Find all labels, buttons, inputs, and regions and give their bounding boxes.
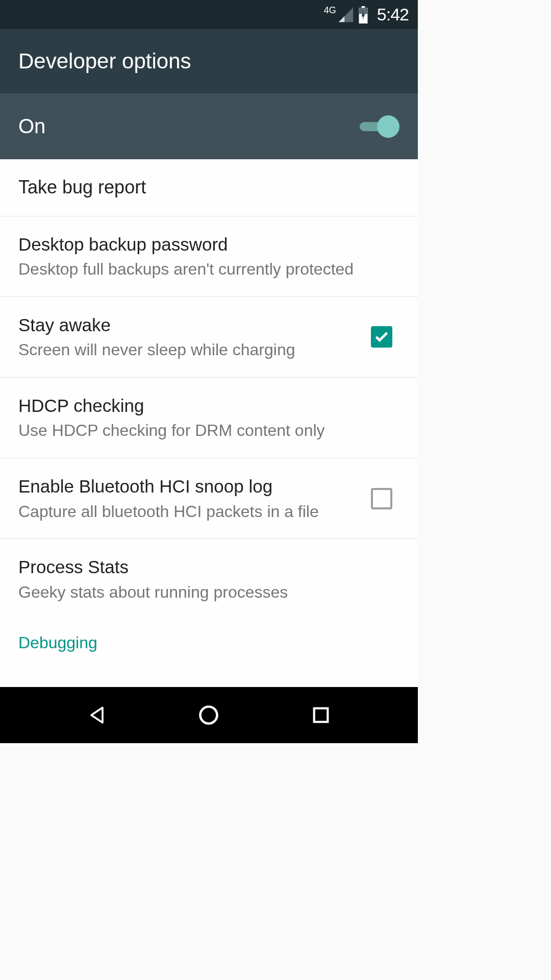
battery-charging-icon [358, 6, 369, 23]
recents-button[interactable] [306, 700, 336, 730]
setting-hdcp-checking[interactable]: HDCP checking Use HDCP checking for DRM … [0, 378, 418, 458]
home-button[interactable] [193, 700, 224, 730]
setting-title: Process Stats [18, 555, 384, 579]
stay-awake-checkbox[interactable] [371, 326, 392, 348]
setting-bluetooth-hci-snoop[interactable]: Enable Bluetooth HCI snoop log Capture a… [0, 458, 418, 539]
section-header-debugging: Debugging [0, 619, 418, 652]
status-icons: 4G 5:42 [324, 5, 409, 24]
setting-subtitle: Screen will never sleep while charging [18, 339, 356, 361]
setting-subtitle: Capture all bluetooth HCI packets in a f… [18, 501, 356, 523]
clock: 5:42 [377, 5, 409, 24]
master-toggle-switch[interactable] [360, 115, 399, 138]
svg-rect-4 [314, 708, 328, 722]
setting-title: Desktop backup password [18, 233, 384, 256]
setting-title: Enable Bluetooth HCI snoop log [18, 475, 356, 498]
setting-subtitle: Desktop full backups aren't currently pr… [18, 259, 384, 280]
setting-subtitle: Use HDCP checking for DRM content only [18, 420, 384, 442]
master-toggle-label: On [18, 115, 45, 138]
app-bar: Developer options [0, 29, 418, 93]
bluetooth-hci-checkbox[interactable] [371, 488, 392, 509]
signal-icon [337, 6, 355, 23]
network-type-label: 4G [324, 5, 336, 16]
back-button[interactable] [82, 700, 112, 730]
setting-process-stats[interactable]: Process Stats Geeky stats about running … [0, 539, 418, 619]
setting-title: Take bug report [18, 176, 384, 200]
navigation-bar [0, 687, 418, 743]
setting-title: Stay awake [18, 313, 356, 337]
svg-point-3 [201, 707, 217, 724]
setting-desktop-backup-password[interactable]: Desktop backup password Desktop full bac… [0, 216, 418, 297]
page-title: Developer options [18, 49, 191, 74]
setting-subtitle: Geeky stats about running processes [18, 582, 384, 603]
master-toggle-row[interactable]: On [0, 93, 418, 159]
setting-title: HDCP checking [18, 394, 384, 418]
setting-stay-awake[interactable]: Stay awake Screen will never sleep while… [0, 297, 418, 378]
setting-take-bug-report[interactable]: Take bug report [0, 159, 418, 216]
svg-rect-0 [361, 6, 365, 8]
section-header-label: Debugging [18, 633, 399, 652]
status-bar: 4G 5:42 [0, 0, 418, 29]
